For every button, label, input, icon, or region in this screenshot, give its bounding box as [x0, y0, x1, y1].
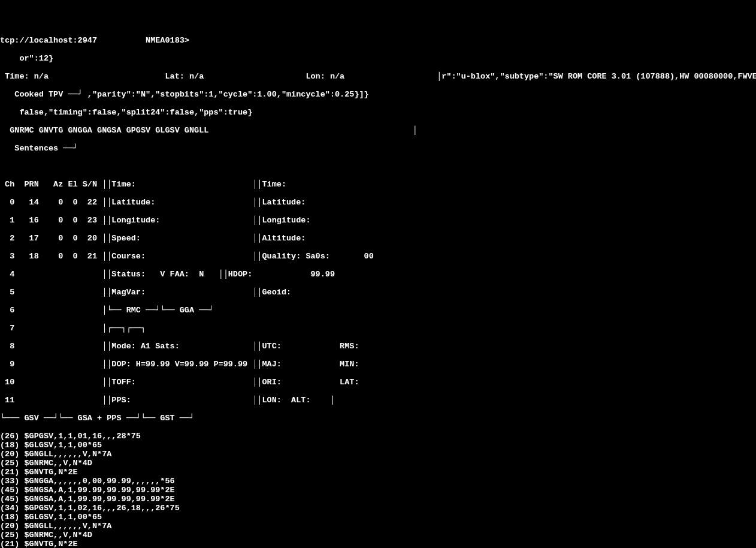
table-row: 11 ││PPS: ││LON: ALT: │ — [0, 396, 756, 405]
table-row: 3 18 0 0 21 ││Course: ││Quality: Sa0s: 0… — [0, 252, 756, 261]
cooked-tpv-line: Cooked TPV ──┘ ,"parity":"N","stopbits":… — [0, 90, 756, 99]
false-line: false,"timing":false,"split24":false,"pp… — [0, 108, 756, 117]
nmea-sentence: (33) $GNGGA,,,,,,0,00,99.99,,,,,,*56 — [0, 477, 756, 486]
nmea-sentence: (26) $GPGSV,1,1,01,16,,,28*75 — [0, 432, 756, 441]
nmea-sentence: (45) $GNGSA,A,1,99.99,99.99,99.99*2E — [0, 495, 756, 504]
time-lat-lon-line: Time: n/a Lat: n/a Lon: n/a │r":"u-blox"… — [0, 72, 756, 81]
table-row: 8 ││Mode: A1 Sats: ││UTC: RMS: — [0, 342, 756, 351]
nmea-sentence: (20) $GNGLL,,,,,,V,N*7A — [0, 450, 756, 459]
table-row: 0 14 0 0 22 ││Latitude: ││Latitude: — [0, 198, 756, 207]
header-line: tcp://localhost:2947 NMEA0183> — [0, 36, 756, 45]
nmea-sentence: (25) $GNRMC,,V,N*4D — [0, 459, 756, 468]
nmea-sentence: (21) $GNVTG,N*2E — [0, 468, 756, 477]
table-row: 1 16 0 0 23 ││Longitude: ││Longitude: — [0, 216, 756, 225]
blank-line — [0, 162, 756, 171]
table-row: 6 │└── RMC ──┘└── GGA ──┘ — [0, 306, 756, 315]
nmea-sentence: (21) $GNVTG,N*2E — [0, 540, 756, 548]
table-footer: └─── GSV ──┘└── GSA + PPS ──┘└── GST ──┘ — [0, 414, 756, 423]
table-row: 7 │┌──┐┌──┐ — [0, 324, 756, 333]
or-line: or":12} — [0, 54, 756, 63]
url-text: tcp://localhost:2947 — [0, 36, 97, 45]
table-header: Ch PRN Az El S/N ││Time: ││Time: — [0, 180, 756, 189]
nmea-sentence: (45) $GNGSA,A,1,99.99,99.99,99.99*2E — [0, 486, 756, 495]
table-row: 5 ││MagVar: ││Geoid: — [0, 288, 756, 297]
nmea-sentence: (34) $GPGSV,1,1,02,16,,,26,18,,,26*75 — [0, 504, 756, 513]
nmea-sentence-list: (26) $GPGSV,1,1,01,16,,,28*75(18) $GLGSV… — [0, 432, 756, 548]
table-row: 2 17 0 0 20 ││Speed: ││Altitude: — [0, 234, 756, 243]
protocol-text: NMEA0183> — [146, 36, 189, 45]
table-row: 10 ││TOFF: ││ORI: LAT: — [0, 378, 756, 387]
gnrmc-line: GNRMC GNVTG GNGGA GNGSA GPGSV GLGSV GNGL… — [0, 126, 756, 135]
nmea-sentence: (25) $GNRMC,,V,N*4D — [0, 531, 756, 540]
table-row: 4 ││Status: V FAA: N ││HDOP: 99.99 — [0, 270, 756, 279]
nmea-sentence: (18) $GLGSV,1,1,00*65 — [0, 441, 756, 450]
nmea-sentence: (18) $GLGSV,1,1,00*65 — [0, 513, 756, 522]
nmea-sentence: (20) $GNGLL,,,,,,V,N*7A — [0, 522, 756, 531]
sentences-label-line: Sentences ──┘ — [0, 144, 756, 153]
table-row: 9 ││DOP: H=99.99 V=99.99 P=99.99 ││MAJ: … — [0, 360, 756, 369]
